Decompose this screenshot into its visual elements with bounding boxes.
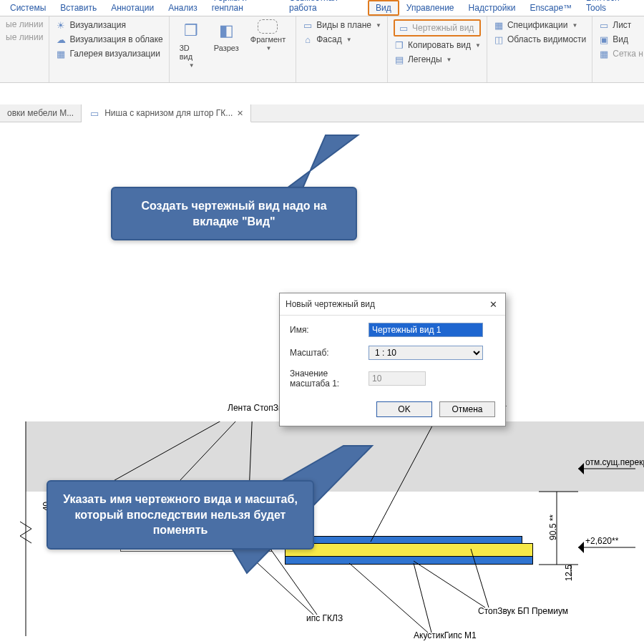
callout-icon (258, 19, 278, 34)
doc-tab-active[interactable]: ▭ Ниша с карнизом для штор ГК... ✕ (82, 104, 251, 122)
document-tabs: овки мебели М... ▭ Ниша с карнизом для ш… (0, 104, 644, 122)
btn-legends[interactable]: ▤Легенды▼ (394, 54, 481, 65)
name-label: Имя: (290, 325, 369, 335)
tab-manage[interactable]: Управление (399, 1, 462, 16)
btn-lines2[interactable]: ые линии (6, 32, 43, 42)
btn-elevation[interactable]: ⌂Фасад▼ (302, 34, 381, 45)
schedule-icon: ▦ (493, 19, 504, 31)
doc-tab-label: Ниша с карнизом для штор ГК... (104, 108, 233, 118)
callout-name-scale: Указать имя чертежного вида и масштаб, к… (47, 480, 314, 550)
grid-icon: ▦ (598, 48, 610, 59)
tab-addins[interactable]: Надстройки (462, 1, 523, 16)
render-icon: ☀ (55, 19, 67, 31)
section-icon: ◧ (215, 19, 238, 42)
btn-callout[interactable]: Фрагмент▼ (246, 19, 290, 52)
btn-view[interactable]: ▣Вид (598, 34, 643, 45)
doc-tab-prev[interactable]: овки мебели М... (0, 104, 82, 122)
close-icon[interactable]: ✕ (237, 109, 243, 118)
name-input[interactable] (369, 323, 483, 337)
chevron-down-icon: ▼ (189, 62, 195, 69)
close-icon[interactable]: ✕ (487, 298, 499, 311)
drawing-canvas: Лента СтопЗвук DB ТермоЗвукоИзол Стандар… (0, 122, 644, 644)
cancel-button[interactable]: Отмена (439, 401, 495, 417)
cloud-icon: ☁ (55, 34, 67, 45)
scale-num-input (369, 371, 426, 386)
tab-analyze[interactable]: Анализ (161, 1, 205, 16)
tab-enscape[interactable]: Enscape™ (522, 1, 579, 16)
btn-schedules[interactable]: ▦Спецификации▼ (493, 19, 586, 31)
elev-icon: ⌂ (302, 34, 313, 45)
btn-section[interactable]: ◧Разрез (210, 19, 243, 52)
btn-duplicate-view[interactable]: ❐Копировать вид▼ (394, 39, 481, 51)
btn-drafting-view[interactable]: ▭Чертежный вид (394, 19, 481, 36)
doc-icon: ▭ (89, 107, 100, 119)
ribbon-tabs: Системы Вставить Аннотации Анализ Формы … (0, 0, 644, 16)
new-drafting-view-dialog: Новый чертежный вид ✕ Имя: Масштаб: 1 : … (279, 293, 506, 426)
drafting-icon: ▭ (398, 22, 409, 34)
scale-label: Масштаб: (290, 348, 369, 358)
chevron-down-icon: ▼ (475, 42, 481, 49)
btn-guide-grid[interactable]: ▦Сетка н (598, 48, 643, 59)
tab-forms[interactable]: Формы и генплан (205, 0, 282, 16)
scope-icon: ◫ (493, 34, 504, 45)
tab-view[interactable]: Вид (368, 0, 399, 16)
callout-create-view: Создать чертежный вид надо на вкладке "В… (111, 187, 357, 240)
chevron-down-icon: ▼ (572, 22, 577, 29)
sheet-icon: ▭ (598, 19, 610, 31)
scale-select[interactable]: 1 : 10 (369, 346, 483, 360)
copy-icon: ❐ (394, 39, 405, 51)
chevron-down-icon: ▼ (447, 57, 452, 63)
btn-cloud-render[interactable]: ☁Визуализация в облаке (55, 34, 162, 45)
btn-lines1[interactable]: ые линии (6, 19, 43, 29)
tab-systems[interactable]: Системы (3, 1, 53, 16)
btn-3d-view[interactable]: ❒3D вид▼ (175, 19, 207, 69)
tab-collab[interactable]: Совместная работа (282, 0, 368, 16)
cube-icon: ❒ (180, 19, 203, 42)
tab-bimtech[interactable]: BIMTech Tools (579, 0, 644, 16)
view-icon: ▣ (598, 34, 610, 45)
btn-gallery[interactable]: ▦Галерея визуализации (55, 48, 162, 59)
chevron-down-icon: ▼ (376, 22, 381, 29)
chevron-down-icon: ▼ (266, 45, 272, 52)
tab-annotate[interactable]: Аннотации (104, 1, 161, 16)
legend-icon: ▤ (394, 54, 405, 65)
chevron-down-icon: ▼ (346, 36, 352, 43)
ribbon: ые линии ые линии ☀Визуализация ☁Визуали… (0, 16, 644, 83)
plan-icon: ▭ (302, 19, 313, 31)
ok-button[interactable]: OK (376, 401, 432, 417)
scale-num-label: Значение масштаба 1: (290, 369, 369, 389)
btn-render[interactable]: ☀Визуализация (55, 19, 162, 31)
btn-sheet[interactable]: ▭Лист (598, 19, 643, 31)
btn-scope-box[interactable]: ◫Область видимости (493, 34, 586, 45)
gallery-icon: ▦ (55, 48, 67, 59)
dialog-title: Новый чертежный вид (286, 299, 375, 309)
tab-insert[interactable]: Вставить (53, 1, 104, 16)
btn-plan-views[interactable]: ▭Виды в плане▼ (302, 19, 381, 31)
